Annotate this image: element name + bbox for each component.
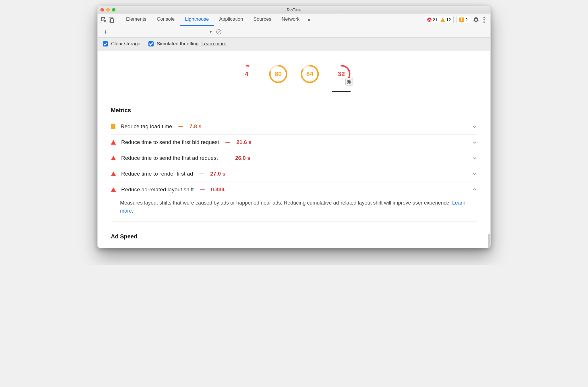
clear-storage-option[interactable]: Clear storage xyxy=(102,40,140,47)
score-gauge-2[interactable]: 84 xyxy=(301,65,319,83)
tab-console[interactable]: Console xyxy=(152,13,180,26)
error-triangle-icon xyxy=(111,156,116,160)
chevron-up-icon[interactable] xyxy=(472,187,477,192)
lighthouse-report: 4808432 Metrics Reduce tag load time—7.8… xyxy=(98,50,490,248)
dash: — xyxy=(199,187,206,192)
metric-value: 27.0 s xyxy=(210,171,225,177)
more-tabs-icon[interactable]: » xyxy=(305,17,313,23)
tab-application[interactable]: Application xyxy=(214,13,248,26)
feedback-badge[interactable]: 2 xyxy=(457,16,470,23)
window-title: DevTools xyxy=(98,8,490,12)
error-icon xyxy=(427,17,432,22)
issue-counters: 21 12 2 xyxy=(425,16,470,23)
score-gauge-0[interactable]: 4 xyxy=(237,65,256,83)
svg-point-2 xyxy=(483,17,485,18)
chevron-down-icon[interactable] xyxy=(472,124,477,129)
simulated-throttling-checkbox[interactable] xyxy=(148,41,154,46)
new-report-icon[interactable]: ＋ xyxy=(100,28,110,36)
metric-value: 21.6 s xyxy=(236,139,252,145)
clear-storage-checkbox[interactable] xyxy=(103,41,108,46)
svg-point-3 xyxy=(483,19,485,20)
lighthouse-sub-toolbar: ＋ ▼ xyxy=(98,26,490,38)
chevron-down-icon[interactable] xyxy=(472,140,477,145)
gauge-score: 4 xyxy=(245,70,248,78)
dash: — xyxy=(223,155,230,161)
settings-gear-icon[interactable] xyxy=(472,17,480,23)
error-triangle-icon xyxy=(111,172,116,176)
errors-number: 21 xyxy=(433,17,438,22)
metrics-list: Reduce tag load time—7.8 sReduce time to… xyxy=(111,119,477,222)
error-triangle-icon xyxy=(111,140,116,145)
plugin-gauge-wrap[interactable]: 32 xyxy=(332,65,351,92)
warning-square-icon xyxy=(111,124,115,129)
simulated-throttling-option[interactable]: Simulated throttling xyxy=(147,40,199,47)
learn-more-link[interactable]: Learn more xyxy=(202,41,227,47)
simulated-throttling-label: Simulated throttling xyxy=(157,41,199,47)
warnings-count: 12 xyxy=(440,17,451,22)
plugin-badge-icon xyxy=(345,78,353,85)
error-triangle-icon xyxy=(111,187,116,192)
metric-value: 0.334 xyxy=(211,186,225,193)
ad-speed-title: Ad Speed xyxy=(111,233,477,240)
metric-description: Measures layout shifts that were caused … xyxy=(111,197,477,222)
metrics-section: Metrics Reduce tag load time—7.8 sReduce… xyxy=(98,100,490,225)
report-dropdown-icon[interactable]: ▼ xyxy=(209,30,212,34)
tab-sources[interactable]: Sources xyxy=(248,13,276,26)
kebab-menu-icon[interactable] xyxy=(480,17,488,23)
main-toolbar: Elements Console Lighthouse Application … xyxy=(98,13,490,26)
metric-row[interactable]: Reduce time to render first ad—27.0 s xyxy=(111,166,477,182)
separator xyxy=(118,16,118,24)
tab-elements[interactable]: Elements xyxy=(121,13,152,26)
dash: — xyxy=(198,171,205,176)
gauge-score: 84 xyxy=(306,70,313,78)
dash: — xyxy=(177,124,184,129)
warning-icon xyxy=(440,18,445,22)
metric-name: Reduce time to send the first ad request xyxy=(121,155,218,161)
score-gauge-1[interactable]: 80 xyxy=(269,65,287,83)
metric-name: Reduce tag load time xyxy=(121,123,172,130)
gauge-score: 80 xyxy=(275,70,282,78)
gauge-score: 32 xyxy=(338,70,345,78)
errors-count: 21 xyxy=(427,17,438,22)
learn-more-link[interactable]: Learn more xyxy=(120,200,465,214)
dash: — xyxy=(224,140,231,145)
metric-name: Reduce time to send the first bid reques… xyxy=(121,139,219,145)
metric-row[interactable]: Reduce ad-related layout shift—0.334 xyxy=(111,182,477,197)
ad-speed-section: Ad Speed xyxy=(98,225,490,248)
tab-lighthouse[interactable]: Lighthouse xyxy=(180,13,214,26)
options-bar: Clear storage Simulated throttling Learn… xyxy=(98,38,490,50)
metric-name: Reduce ad-related layout shift xyxy=(121,186,194,193)
clear-icon[interactable] xyxy=(216,29,222,35)
feedback-count: 2 xyxy=(459,17,468,22)
clear-storage-label: Clear storage xyxy=(111,41,140,47)
device-toggle-icon[interactable] xyxy=(107,16,115,24)
panel-tabs: Elements Console Lighthouse Application … xyxy=(121,13,425,26)
titlebar: DevTools xyxy=(98,6,490,13)
metric-name: Reduce time to render first ad xyxy=(121,171,193,177)
feedback-icon xyxy=(459,17,464,22)
chevron-down-icon[interactable] xyxy=(472,155,477,161)
svg-point-4 xyxy=(483,21,485,22)
chevron-down-icon[interactable] xyxy=(472,171,477,176)
metric-row[interactable]: Reduce time to send the first ad request… xyxy=(111,150,477,166)
metric-row[interactable]: Reduce tag load time—7.8 s xyxy=(111,119,477,134)
metric-value: 26.0 s xyxy=(235,155,250,161)
metric-row[interactable]: Reduce time to send the first bid reques… xyxy=(111,134,477,150)
feedback-number: 2 xyxy=(465,17,468,22)
tab-network[interactable]: Network xyxy=(276,13,305,26)
errors-warnings-badge[interactable]: 21 12 xyxy=(425,16,453,23)
inspect-element-icon[interactable] xyxy=(100,16,107,24)
svg-rect-1 xyxy=(111,19,113,23)
metric-value: 7.8 s xyxy=(189,123,202,130)
metrics-title: Metrics xyxy=(111,107,477,114)
svg-line-6 xyxy=(217,30,220,33)
scrollbar[interactable] xyxy=(488,234,490,248)
score-gauges: 4808432 xyxy=(98,65,490,100)
warnings-number: 12 xyxy=(446,17,451,22)
